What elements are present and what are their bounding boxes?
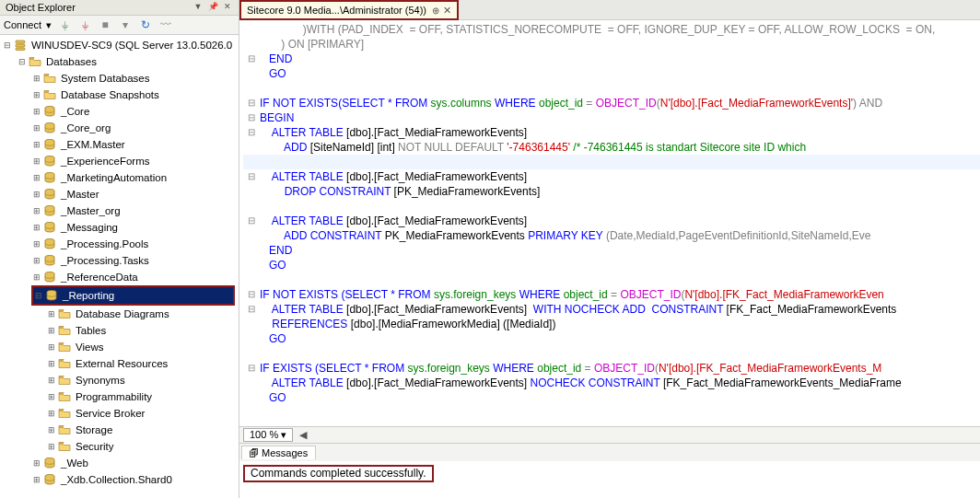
database-icon: [42, 171, 57, 184]
db-_MarketingAutomation[interactable]: ⊞_MarketingAutomation: [0, 169, 239, 186]
expander-icon[interactable]: ⊟: [17, 57, 28, 66]
db-_EXM.Master[interactable]: ⊞_EXM.Master: [0, 136, 239, 153]
explorer-toolbar: Connect ▾ ⏚ ⏚ ■ ▾ ↻ 〰: [0, 16, 239, 35]
dbchild-views[interactable]: ⊞Views: [0, 339, 239, 355]
object-explorer-panel: Object Explorer ▼ 📌 ✕ Connect ▾ ⏚ ⏚ ■ ▾ …: [0, 0, 239, 498]
dbchild-security[interactable]: ⊞Security: [0, 438, 239, 455]
expander-icon[interactable]: ⊞: [46, 342, 57, 352]
folder-icon: [57, 440, 72, 453]
app-root: Object Explorer ▼ 📌 ✕ Connect ▾ ⏚ ⏚ ■ ▾ …: [0, 0, 980, 498]
folder-icon: [57, 324, 72, 337]
db-_Web[interactable]: ⊞_Web: [0, 455, 239, 471]
expander-icon[interactable]: ⊞: [46, 309, 57, 318]
expander-icon[interactable]: ⊞: [31, 173, 42, 182]
expander-icon[interactable]: ⊞: [31, 123, 42, 133]
db-_Core_org[interactable]: ⊞_Core_org: [0, 120, 239, 136]
database-icon: [42, 254, 57, 267]
expander-icon[interactable]: ⊞: [31, 256, 42, 265]
db-_Xdb.Collection.Shard0[interactable]: ⊞_Xdb.Collection.Shard0: [0, 471, 239, 488]
tab-pin-icon[interactable]: ⊕: [432, 6, 439, 16]
expander-icon[interactable]: ⊞: [31, 90, 42, 99]
database-icon: [42, 204, 57, 217]
expander-icon[interactable]: ⊞: [31, 190, 42, 199]
svg-rect-1: [16, 44, 25, 47]
main-area: Sitecore 9.0 Media...\Administrator (54)…: [239, 0, 980, 498]
folder-icon: [57, 307, 72, 320]
tab-label: Sitecore 9.0 Media...\Administrator (54)…: [247, 5, 426, 16]
dbchild-service-broker[interactable]: ⊞Service Broker: [0, 405, 239, 422]
filter-icon[interactable]: ⏚: [57, 17, 72, 32]
close-icon[interactable]: ✕: [222, 2, 233, 13]
expander-icon[interactable]: ⊞: [46, 442, 57, 451]
db-_Master[interactable]: ⊞_Master: [0, 186, 239, 203]
pin-icon[interactable]: 📌: [207, 2, 218, 13]
activity-icon[interactable]: 〰: [158, 17, 173, 32]
database-snapshots[interactable]: ⊞Database Snapshots: [0, 87, 239, 103]
expander-icon[interactable]: ⊞: [31, 74, 42, 83]
folder-icon: [28, 55, 42, 68]
db-_Reporting[interactable]: ⊟_Reporting: [33, 287, 233, 304]
database-icon: [42, 105, 57, 118]
database-icon: [42, 155, 57, 168]
expander-icon[interactable]: ⊞: [46, 425, 57, 434]
expander-icon[interactable]: ⊟: [2, 41, 13, 50]
connect-button[interactable]: Connect ▾: [4, 19, 52, 31]
db-_ExperienceForms[interactable]: ⊞_ExperienceForms: [0, 153, 239, 169]
stop-icon[interactable]: ■: [98, 17, 112, 32]
messages-icon: 🗐: [250, 448, 259, 458]
folder-icon: [42, 72, 57, 85]
dbchild-programmability[interactable]: ⊞Programmability: [0, 388, 239, 405]
panel-title: Object Explorer: [6, 2, 189, 13]
dbchild-storage[interactable]: ⊞Storage: [0, 422, 239, 438]
dropdown-icon[interactable]: ▼: [192, 2, 204, 13]
db-_Master_org[interactable]: ⊞_Master_org: [0, 203, 239, 219]
zoom-bar: 100 % ▾ ◀: [239, 426, 980, 443]
zoom-select[interactable]: 100 % ▾: [243, 428, 293, 442]
expander-icon[interactable]: ⊞: [31, 272, 42, 282]
refresh-icon[interactable]: ↻: [138, 17, 153, 32]
folder-icon: [57, 341, 72, 353]
expander-icon[interactable]: ⊞: [31, 475, 42, 484]
expander-icon[interactable]: ⊞: [46, 409, 57, 418]
expander-icon[interactable]: ⊞: [31, 107, 42, 116]
expander-icon[interactable]: ⊞: [31, 458, 42, 468]
folder-icon: [57, 390, 72, 403]
db-_Processing.Tasks[interactable]: ⊞_Processing.Tasks: [0, 252, 239, 269]
database-icon: [42, 221, 57, 234]
db-_Processing.Pools[interactable]: ⊞_Processing.Pools: [0, 236, 239, 252]
server-node[interactable]: ⊟WINUSDEV-SC9 (SQL Server 13.0.5026.0: [0, 37, 239, 53]
expander-icon[interactable]: ⊞: [31, 156, 42, 166]
folder-icon: [42, 88, 57, 101]
editor-tab-active[interactable]: Sitecore 9.0 Media...\Administrator (54)…: [239, 0, 459, 20]
expander-icon[interactable]: ⊞: [46, 326, 57, 335]
expander-icon[interactable]: ⊞: [31, 223, 42, 232]
expander-icon[interactable]: ⊟: [33, 291, 44, 300]
db-_Messaging[interactable]: ⊞_Messaging: [0, 219, 239, 236]
dropdown2-icon[interactable]: ▾: [118, 17, 133, 32]
messages-tabbar: 🗐Messages: [239, 443, 980, 461]
expander-icon[interactable]: ⊞: [31, 206, 42, 215]
databases-folder[interactable]: ⊟Databases: [0, 53, 239, 70]
messages-tab[interactable]: 🗐Messages: [241, 446, 316, 459]
sql-editor[interactable]: )WITH (PAD_INDEX = OFF, STATISTICS_NOREC…: [239, 20, 980, 426]
expander-icon[interactable]: ⊞: [46, 376, 57, 385]
db-_ReferenceData[interactable]: ⊞_ReferenceData: [0, 269, 239, 285]
dbchild-tables[interactable]: ⊞Tables: [0, 322, 239, 339]
folder-icon: [57, 357, 72, 370]
expander-icon[interactable]: ⊞: [46, 392, 57, 401]
scroll-left-icon[interactable]: ◀: [297, 429, 309, 441]
object-tree[interactable]: ⊟WINUSDEV-SC9 (SQL Server 13.0.5026.0⊟Da…: [0, 35, 239, 498]
folder-icon: [57, 407, 72, 420]
expander-icon[interactable]: ⊞: [31, 239, 42, 249]
expander-icon[interactable]: ⊞: [31, 140, 42, 149]
svg-rect-0: [16, 41, 25, 43]
dbchild-database-diagrams[interactable]: ⊞Database Diagrams: [0, 306, 239, 322]
database-icon: [42, 457, 57, 469]
system-databases[interactable]: ⊞System Databases: [0, 70, 239, 87]
db-_Core[interactable]: ⊞_Core: [0, 103, 239, 120]
dbchild-external-resources[interactable]: ⊞External Resources: [0, 355, 239, 372]
filter2-icon[interactable]: ⏚: [77, 17, 92, 32]
tab-close-icon[interactable]: ✕: [443, 5, 451, 17]
expander-icon[interactable]: ⊞: [46, 359, 57, 368]
dbchild-synonyms[interactable]: ⊞Synonyms: [0, 372, 239, 388]
